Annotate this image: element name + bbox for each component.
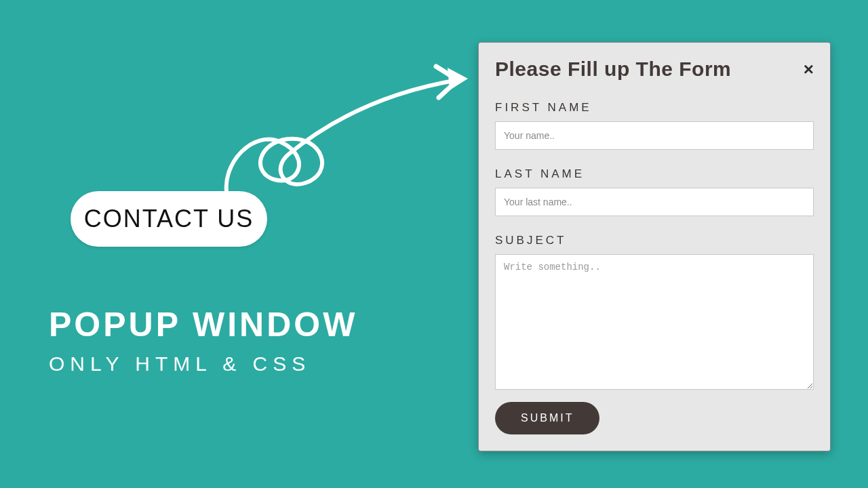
popup-title: Please Fill up The Form xyxy=(495,58,731,81)
contact-form-popup: Please Fill up The Form × FIRST NAME LAS… xyxy=(478,42,831,451)
submit-button[interactable]: SUBMIT xyxy=(495,402,599,434)
headline-title: POPUP WINDOW xyxy=(49,305,357,344)
subject-textarea[interactable] xyxy=(495,254,814,390)
contact-us-label: CONTACT US xyxy=(84,205,254,233)
subject-label: SUBJECT xyxy=(495,234,814,247)
curly-arrow-icon xyxy=(159,41,478,203)
first-name-label: FIRST NAME xyxy=(495,101,814,115)
close-icon[interactable]: × xyxy=(804,60,814,78)
popup-header: Please Fill up The Form × xyxy=(495,58,814,81)
headline-block: POPUP WINDOW ONLY HTML & CSS xyxy=(49,305,357,375)
headline-subtitle: ONLY HTML & CSS xyxy=(49,352,357,375)
svg-marker-0 xyxy=(448,68,468,90)
last-name-input[interactable] xyxy=(495,188,814,216)
last-name-label: LAST NAME xyxy=(495,167,814,181)
first-name-input[interactable] xyxy=(495,121,814,150)
